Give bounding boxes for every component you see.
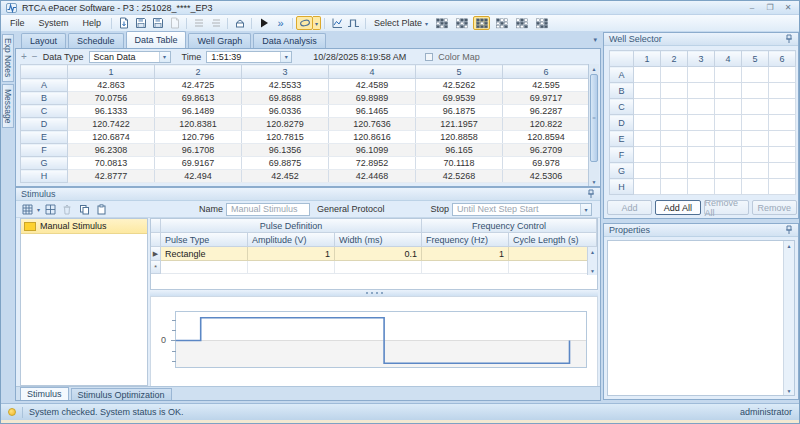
close-button[interactable]: ✕ (782, 3, 794, 12)
data-cell[interactable]: 70.0756 (68, 92, 155, 105)
delete-icon[interactable] (60, 203, 74, 216)
data-cell[interactable]: 120.8594 (503, 131, 590, 144)
data-cell[interactable]: 120.822 (503, 118, 590, 131)
data-cell[interactable]: 42.4468 (329, 170, 416, 183)
data-cell[interactable]: 120.6874 (68, 131, 155, 144)
well-cell[interactable] (715, 179, 742, 195)
well-row-header[interactable]: E (610, 131, 634, 147)
well-cell[interactable] (634, 179, 661, 195)
data-cell[interactable]: 69.8613 (155, 92, 242, 105)
column-header[interactable]: 5 (416, 65, 503, 79)
well-cell[interactable] (688, 99, 715, 115)
well-cell[interactable] (769, 147, 796, 163)
pin-icon[interactable] (785, 34, 793, 44)
menu-system[interactable]: System (32, 15, 76, 31)
well-row-header[interactable]: F (610, 147, 634, 163)
row-header[interactable]: C (21, 105, 68, 118)
menu-help[interactable]: Help (76, 15, 109, 31)
well-cell[interactable] (715, 147, 742, 163)
frequency-cell[interactable]: 1 (422, 247, 509, 261)
well-cell[interactable] (688, 163, 715, 179)
data-cell[interactable]: 42.595 (503, 79, 590, 92)
data-cell[interactable]: 70.1118 (416, 157, 503, 170)
chevron-down-icon[interactable]: ▾ (37, 206, 40, 213)
maximize-button[interactable]: ❐ (764, 3, 776, 12)
data-cell[interactable]: 42.863 (68, 79, 155, 92)
data-cell[interactable]: 70.0813 (68, 157, 155, 170)
pulse-type-cell[interactable]: Rectangle (161, 247, 248, 261)
empty-cell[interactable] (335, 261, 422, 274)
scroll-up-icon[interactable]: ▲ (588, 247, 597, 256)
data-cell[interactable]: 120.796 (155, 131, 242, 144)
data-cell[interactable]: 120.8381 (155, 118, 242, 131)
skip-forward-icon[interactable]: » (272, 16, 289, 30)
data-cell[interactable]: 42.4725 (155, 79, 242, 92)
plate-icon-1[interactable] (433, 16, 450, 30)
empty-cell[interactable] (509, 261, 597, 274)
add-all-button[interactable]: Add All (655, 200, 700, 215)
data-cell[interactable]: 96.1333 (68, 105, 155, 118)
scan-plot-icon[interactable] (328, 16, 345, 30)
well-cell[interactable] (769, 179, 796, 195)
column-header[interactable]: 6 (503, 65, 590, 79)
data-cell[interactable]: 72.8952 (329, 157, 416, 170)
scroll-down-icon[interactable]: ▼ (784, 386, 794, 395)
well-column-header[interactable]: 4 (715, 51, 742, 67)
data-cell[interactable]: 69.8688 (242, 92, 329, 105)
amplitude-cell[interactable]: 1 (248, 247, 335, 261)
color-map-checkbox[interactable] (425, 53, 433, 61)
add-stimulus-grid-icon[interactable] (20, 203, 34, 216)
data-cell[interactable]: 42.5306 (503, 170, 590, 183)
row-header[interactable]: F (21, 144, 68, 157)
remove-all-button[interactable]: Remove All (704, 200, 749, 215)
tab-stimulus[interactable]: Stimulus (20, 387, 69, 400)
well-cell[interactable] (634, 115, 661, 131)
data-cell[interactable]: 96.1708 (155, 144, 242, 157)
export-icon[interactable] (166, 16, 183, 30)
data-cell[interactable]: 69.8875 (242, 157, 329, 170)
well-cell[interactable] (688, 147, 715, 163)
tab-data-table[interactable]: Data Table (126, 31, 187, 48)
well-cell[interactable] (634, 147, 661, 163)
cycle-length-cell[interactable]: 1 (509, 247, 597, 261)
select-plate-button[interactable]: Select Plate ▾ (369, 18, 433, 28)
plate-icon-4[interactable] (493, 16, 510, 30)
data-cell[interactable]: 96.1099 (329, 144, 416, 157)
data-cell[interactable]: 42.452 (242, 170, 329, 183)
column-header[interactable]: 1 (68, 65, 155, 79)
scroll-up-icon[interactable]: ▲ (784, 241, 794, 250)
well-row-header[interactable]: H (610, 179, 634, 195)
stacked-lines-icon[interactable] (207, 16, 224, 30)
data-cell[interactable]: 42.5262 (416, 79, 503, 92)
col-amplitude[interactable]: Amplitude (V) (248, 233, 335, 247)
col-cycle-length[interactable]: Cycle Length (s) (509, 233, 597, 247)
scroll-down-icon[interactable]: ▼ (588, 266, 597, 275)
side-tab-exp-notes[interactable]: Exp Notes (2, 34, 14, 82)
data-cell[interactable]: 69.978 (503, 157, 590, 170)
well-row-header[interactable]: A (610, 67, 634, 83)
well-column-header[interactable]: 2 (661, 51, 688, 67)
data-cell[interactable]: 96.0336 (242, 105, 329, 118)
paste-icon[interactable] (94, 203, 108, 216)
empty-cell[interactable] (248, 261, 335, 274)
well-cell[interactable] (769, 163, 796, 179)
row-header[interactable]: G (21, 157, 68, 170)
scroll-down-icon[interactable]: ▼ (589, 177, 599, 186)
well-cell[interactable] (661, 99, 688, 115)
data-cell[interactable]: 120.7636 (329, 118, 416, 131)
well-cell[interactable] (634, 163, 661, 179)
row-header[interactable]: A (21, 79, 68, 92)
column-header[interactable]: 2 (155, 65, 242, 79)
data-cell[interactable]: 69.9717 (503, 92, 590, 105)
empty-cell[interactable] (422, 261, 509, 274)
well-cell[interactable] (715, 99, 742, 115)
well-row-header[interactable]: B (610, 83, 634, 99)
pin-icon[interactable] (587, 189, 595, 199)
well-cell[interactable] (769, 115, 796, 131)
scroll-up-icon[interactable]: ▲ (589, 64, 599, 73)
data-cell[interactable]: 42.8777 (68, 170, 155, 183)
chevron-down-icon[interactable]: ▾ (280, 52, 291, 62)
well-cell[interactable] (715, 115, 742, 131)
eject-plate-icon[interactable] (231, 16, 248, 30)
well-cell[interactable] (769, 67, 796, 83)
